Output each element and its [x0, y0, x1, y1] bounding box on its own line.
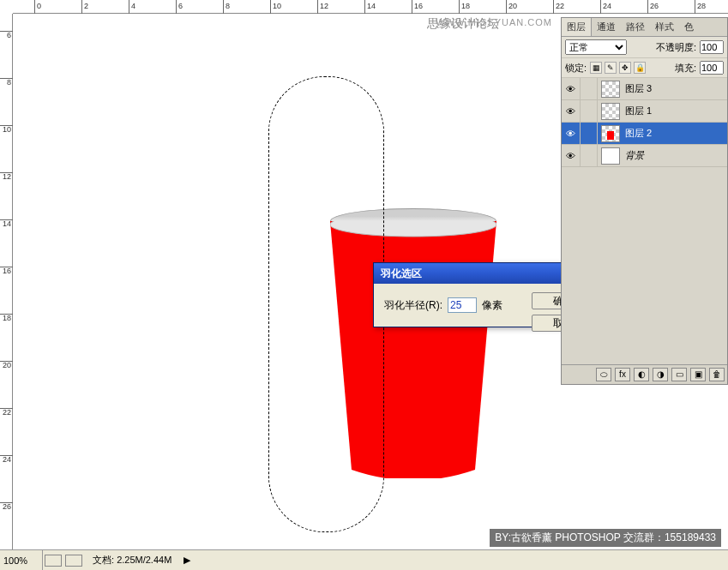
unit-label: 像素: [482, 298, 502, 313]
ruler-tick: 28: [697, 2, 706, 10]
opacity-input[interactable]: [700, 40, 724, 54]
mask-icon[interactable]: ◐: [634, 368, 649, 381]
visibility-icon[interactable]: 👁: [562, 100, 581, 122]
fx-icon[interactable]: fx: [615, 368, 630, 381]
ruler-tick: 10: [273, 2, 281, 10]
layer-link-cell[interactable]: [581, 123, 598, 144]
ruler-tick: 18: [0, 315, 13, 322]
adjustment-icon[interactable]: ◑: [653, 368, 668, 381]
layer-name[interactable]: 图层 2: [623, 127, 727, 140]
tab-channels[interactable]: 通道: [592, 18, 621, 36]
lock-label: 锁定:: [565, 62, 587, 75]
ruler-tick: 26: [650, 2, 659, 10]
ruler-tick: 20: [0, 362, 13, 369]
fill-input[interactable]: [700, 61, 724, 75]
tab-styles[interactable]: 样式: [650, 18, 679, 36]
lock-all-icon[interactable]: 🔒: [634, 62, 646, 74]
marquee-selection[interactable]: [268, 76, 384, 532]
panel-tabs[interactable]: 图层 通道 路径 样式 色: [562, 18, 727, 37]
layer-item[interactable]: 👁 图层 3: [562, 78, 727, 100]
layer-name[interactable]: 图层 1: [623, 105, 727, 117]
ruler-tick: 18: [461, 2, 470, 10]
ruler-tick: 24: [0, 456, 13, 464]
play-icon[interactable]: ▶: [184, 555, 190, 566]
ruler-tick: 8: [0, 79, 13, 87]
ruler-vertical[interactable]: 6 8 10 12 14 16 18 20 22 24 26: [0, 14, 13, 549]
ruler-tick: 10: [0, 126, 13, 134]
radius-input[interactable]: [448, 297, 477, 313]
layer-link-cell[interactable]: [581, 100, 598, 122]
dialog-title-text: 羽化选区: [381, 267, 422, 281]
lock-transparency-icon[interactable]: ▦: [590, 62, 602, 74]
ruler-tick: 14: [0, 220, 13, 228]
ruler-tick: 22: [556, 2, 564, 10]
signature-text: BY:古欲香薰 PHOTOSHOP 交流群：155189433: [490, 529, 721, 547]
layer-item[interactable]: 👁 图层 2: [562, 123, 727, 145]
visibility-icon[interactable]: 👁: [562, 145, 581, 166]
ruler-tick: 6: [178, 2, 183, 10]
status-block[interactable]: [45, 555, 62, 567]
ruler-tick: 8: [226, 2, 230, 10]
blend-mode-select[interactable]: 正常: [565, 39, 627, 55]
panel-footer: ⬭ fx ◐ ◑ ▭ ▣ 🗑: [562, 364, 727, 384]
tab-paths[interactable]: 路径: [621, 18, 650, 36]
status-bar: 100% 文档: 2.25M/2.44M ▶: [0, 549, 728, 570]
link-icon[interactable]: ⬭: [596, 368, 611, 381]
status-block[interactable]: [65, 555, 82, 567]
trash-icon[interactable]: 🗑: [709, 368, 725, 381]
folder-icon[interactable]: ▭: [671, 368, 687, 381]
ruler-tick: 26: [0, 503, 13, 511]
opacity-label: 不透明度:: [656, 41, 696, 54]
ruler-tick: 2: [84, 2, 88, 10]
new-layer-icon[interactable]: ▣: [690, 368, 706, 381]
tab-layers[interactable]: 图层: [562, 18, 592, 36]
ruler-tick: 12: [0, 173, 13, 181]
layer-name[interactable]: 背景: [623, 149, 727, 162]
ruler-tick: 22: [0, 409, 13, 417]
doc-size: 2.25M/2.44M: [117, 555, 171, 565]
layer-thumbnail[interactable]: [601, 125, 620, 142]
layer-name[interactable]: 图层 3: [623, 82, 727, 95]
ruler-tick: 16: [414, 2, 423, 10]
layers-panel[interactable]: 图层 通道 路径 样式 色 正常 不透明度: 锁定: ▦ ✎ ✥ 🔒 填充: 👁…: [561, 17, 728, 385]
ruler-horizontal[interactable]: 0 2 4 6 8 10 12 14 16 18 20 22 24 26 28 …: [13, 0, 728, 14]
layer-thumbnail[interactable]: [601, 147, 620, 165]
ruler-tick: 24: [603, 2, 611, 10]
fill-label: 填充:: [675, 62, 696, 75]
lock-move-icon[interactable]: ✥: [619, 62, 631, 74]
ruler-tick: 16: [0, 267, 13, 275]
ruler-tick: 14: [367, 2, 376, 10]
layer-thumbnail[interactable]: [601, 81, 620, 98]
ruler-tick: 0: [37, 2, 41, 10]
doc-label: 文档:: [93, 555, 114, 565]
layer-link-cell[interactable]: [581, 78, 598, 99]
ruler-tick: 20: [508, 2, 517, 10]
layer-item[interactable]: 👁 图层 1: [562, 100, 727, 123]
zoom-level[interactable]: 100%: [0, 550, 43, 570]
radius-label: 羽化半径(R):: [384, 298, 442, 313]
layer-thumbnail[interactable]: [601, 103, 620, 120]
tab-color[interactable]: 色: [679, 18, 699, 36]
ruler-tick: 6: [0, 32, 13, 39]
lock-brush-icon[interactable]: ✎: [605, 62, 617, 74]
layer-list: 👁 图层 3 👁 图层 1 👁 图层 2 👁 背景: [562, 78, 727, 364]
layer-link-cell[interactable]: [581, 145, 598, 166]
visibility-icon[interactable]: 👁: [562, 123, 581, 144]
watermark-url: WWW.MISSYUAN.COM: [436, 17, 552, 27]
lock-icons: ▦ ✎ ✥ 🔒: [590, 62, 646, 74]
visibility-icon[interactable]: 👁: [562, 78, 581, 99]
ruler-tick: 4: [131, 2, 135, 10]
ruler-tick: 12: [320, 2, 328, 10]
layer-item[interactable]: 👁 背景: [562, 145, 727, 167]
